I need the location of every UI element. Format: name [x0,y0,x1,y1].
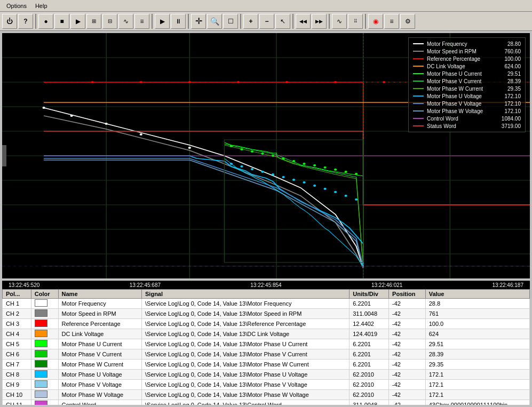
toolbar-cross-btn[interactable]: ✛ [191,14,206,29]
toolbar-search-btn[interactable]: 🔍 [207,14,222,29]
menu-help[interactable]: Help [31,2,52,10]
toolbar-cursor-btn[interactable]: ↖ [275,14,290,29]
toolbar-sep-5 [292,14,293,29]
table-row[interactable]: CH 7 Motor Phase W Current \Service Log\… [3,360,530,370]
legend-color-phase-w-voltage [413,110,424,111]
legend-color-control-word [413,118,424,119]
toolbar-sep-3 [188,14,189,29]
table-row[interactable]: CH 4 DC Link Voltage \Service Log\Log 0,… [3,329,530,339]
legend-color-motor-frequency [413,43,424,44]
toolbar-record-btn[interactable]: ● [38,14,53,29]
toolbar-wave2-btn[interactable]: ∿ [332,14,347,29]
toolbar-box-btn[interactable]: ☐ [223,14,238,29]
svg-point-26 [303,163,305,165]
toolbar-red-btn[interactable]: ◉ [368,14,383,29]
toolbar-fwd-btn[interactable]: ▶▶ [312,14,327,29]
table-row[interactable]: CH 9 Motor Phase V Voltage \Service Log\… [3,380,530,390]
toolbar-list-btn[interactable]: ≡ [134,14,149,29]
svg-point-42 [140,133,142,135]
svg-point-21 [251,150,253,153]
toolbar-play-btn[interactable]: ▶ [70,14,85,29]
svg-point-33 [140,81,142,83]
time-label-5: 13:22:46:187 [493,282,523,288]
toolbar-settings-btn[interactable]: ⚙ [400,14,415,29]
legend-name-phase-w-current: Motor Phase W Current [427,86,491,92]
svg-point-40 [70,115,73,117]
cell-value: 172.1 [425,380,529,390]
table-row[interactable]: CH 1 Motor Frequency \Service Log\Log 0,… [3,299,530,309]
toolbar-scatter-btn[interactable]: ⠿ [348,14,363,29]
chart-container[interactable]: Motor Frequency 28.80 Motor Speed in RPM… [2,33,530,278]
legend-control-word: Control Word 1084.00 [413,115,521,122]
table-row[interactable]: CH 11 Control Word \Service Log\Log 0, C… [3,400,530,405]
cell-value: 28.8 [425,299,529,309]
cell-signal: \Service Log\Log 0, Code 14, Value 13\Mo… [142,360,350,370]
col-header-units[interactable]: Units/Div [350,290,389,299]
toolbar-stop-btn[interactable]: ■ [54,14,69,29]
time-axis: 13:22:45:520 13:22:45:687 13:22:45:854 1… [2,281,530,289]
cell-position: -42 [389,309,426,319]
legend-color-dc-link [413,66,424,67]
time-label-3: 13:22:45:854 [250,282,281,288]
legend-color-phase-u-voltage [413,95,424,97]
col-header-pol[interactable]: Pol... [3,290,31,299]
legend-name-phase-v-voltage: Motor Phase V Voltage [427,101,491,107]
cell-name: Motor Phase V Current [58,349,141,360]
legend-phase-v-current: Motor Phase V Current 28.39 [413,77,521,85]
cell-signal: \Service Log\Log 0, Code 14, Value 13\Mo… [142,380,350,390]
col-header-color[interactable]: Color [31,290,58,299]
data-table-container[interactable]: Pol... Color Name Signal Units/Div Posit… [2,289,530,405]
col-header-value[interactable]: Value [425,290,529,299]
legend-status-word: Status Word 3719.00 [413,122,521,130]
table-row[interactable]: CH 10 Motor Phase W Voltage \Service Log… [3,390,530,400]
table-row[interactable]: CH 6 Motor Phase V Current \Service Log\… [3,349,530,360]
toolbar-layers-btn[interactable]: ≡ [384,14,399,29]
toolbar-wave1-btn[interactable]: ∿ [118,14,133,29]
svg-point-55 [345,195,347,197]
cell-units: 311.0048 [350,309,389,319]
cell-value: 100.0 [425,319,529,329]
scroll-handle[interactable] [2,145,6,166]
toolbar-play2-btn[interactable]: ▶ [155,14,170,29]
cell-name: Reference Percentage [58,319,141,329]
legend-value-phase-u-current: 29.51 [494,71,521,77]
table-row[interactable]: CH 3 Reference Percentage \Service Log\L… [3,319,530,329]
cell-channel: CH 10 [3,390,31,400]
toolbar-power-btn[interactable]: ⏻ [2,14,17,29]
legend-name-motor-speed: Motor Speed in RPM [427,49,491,54]
legend-name-phase-u-voltage: Motor Phase U Voltage [427,93,491,99]
cell-channel: CH 11 [3,400,31,405]
col-header-signal[interactable]: Signal [142,290,350,299]
table-row[interactable]: CH 8 Motor Phase U Voltage \Service Log\… [3,370,530,380]
legend-value-motor-speed: 760.60 [494,49,521,54]
toolbar-zoomout-btn[interactable]: − [259,14,274,29]
cell-units: 6.2201 [350,299,389,309]
toolbar-grid2-btn[interactable]: ⊟ [102,14,117,29]
legend-value-dc-link: 624.00 [494,63,521,69]
menu-options[interactable]: Options [2,2,31,10]
cell-signal: \Service Log\Log 0, Code 14, Value 13\Mo… [142,349,350,360]
legend-phase-w-voltage: Motor Phase W Voltage 172.10 [413,107,521,115]
toolbar-back-btn[interactable]: ◀◀ [296,14,311,29]
legend-name-phase-u-current: Motor Phase U Current [427,71,491,77]
col-header-position[interactable]: Position [389,290,426,299]
table-row[interactable]: CH 5 Motor Phase U Current \Service Log\… [3,339,530,349]
toolbar-zoomin-btn[interactable]: + [243,14,258,29]
svg-point-47 [261,171,264,173]
data-table: Pol... Color Name Signal Units/Div Posit… [2,289,530,405]
svg-point-25 [292,160,295,162]
svg-point-44 [230,163,233,165]
svg-point-48 [272,173,274,175]
svg-point-24 [282,157,284,159]
toolbar-help-btn[interactable]: ? [18,14,33,29]
cell-name: DC Link Voltage [58,329,141,339]
table-row[interactable]: CH 2 Motor Speed in RPM \Service Log\Log… [3,309,530,319]
toolbar-pause-btn[interactable]: ⏸ [171,14,186,29]
menu-bar: Options Help [0,0,532,12]
col-header-name[interactable]: Name [58,290,141,299]
cell-channel: CH 8 [3,370,31,380]
svg-point-19 [230,145,233,147]
cell-name: Motor Phase W Current [58,360,141,370]
toolbar-grid1-btn[interactable]: ⊞ [86,14,101,29]
cell-position: -42 [389,319,426,329]
